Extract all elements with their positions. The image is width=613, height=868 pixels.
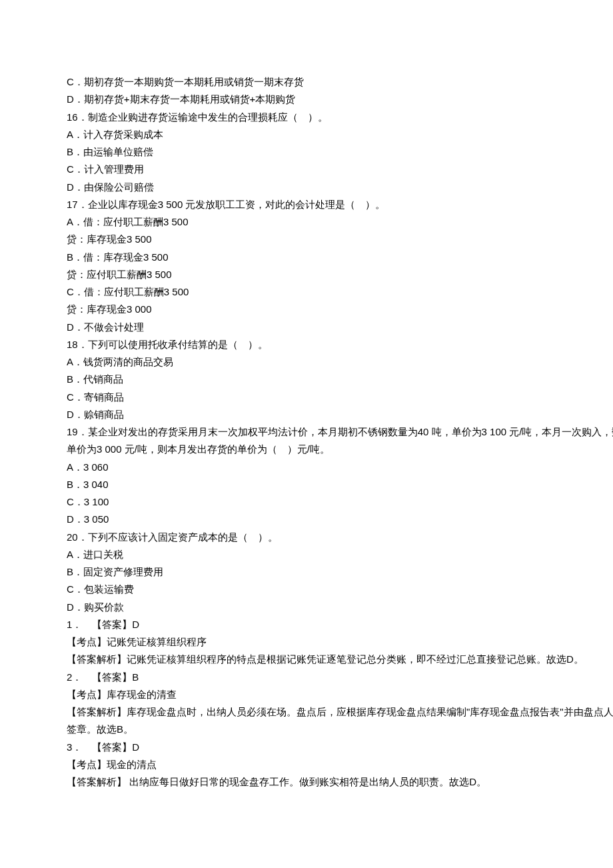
question-2-option-1: B．代销商品	[67, 371, 613, 388]
answer-exp-0: 【答案解析】记账凭证核算组织程序的特点是根据记账凭证逐笔登记总分类账，即不经过汇…	[67, 651, 613, 668]
answer-num-1: 2． 【答案】B	[67, 669, 613, 686]
question-1-option-3: 贷：应付职工薪酬3 500	[67, 266, 613, 283]
question-1-option-2: B．借：库存现金3 500	[67, 249, 613, 266]
question-3-option-2: C．3 100	[67, 493, 613, 511]
question-3-option-0: A．3 060	[67, 459, 613, 476]
answer-num-2: 3． 【答案】D	[67, 739, 613, 756]
question-1-option-4: C．借：应付职工薪酬3 500	[67, 283, 613, 301]
question-0-option-3: D．由保险公司赔偿	[67, 179, 613, 196]
question-1-option-6: D．不做会计处理	[67, 319, 613, 336]
question-1-option-0: A．借：应付职工薪酬3 500	[67, 213, 613, 231]
question-0-option-1: B．由运输单位赔偿	[67, 143, 613, 161]
question-stem-1: 17．企业以库存现金3 500 元发放职工工资，对此的会计处理是（ ）。	[67, 196, 613, 213]
pre-option-0: C．期初存货一本期购货一本期耗用或销货一期末存货	[67, 73, 613, 91]
answer-kp-1: 【考点】库存现金的清查	[67, 686, 613, 703]
question-2-option-2: C．寄销商品	[67, 389, 613, 406]
answer-kp-0: 【考点】记账凭证核算组织程序	[67, 633, 613, 651]
question-4-option-0: A．进口关税	[67, 546, 613, 563]
question-stem-2: 18．下列可以使用托收承付结算的是（ ）。	[67, 336, 613, 353]
answer-num-0: 1． 【答案】D	[67, 616, 613, 633]
question-2-option-3: D．赊销商品	[67, 406, 613, 423]
question-4-option-2: C．包装运输费	[67, 581, 613, 598]
answer-exp-1: 【答案解析】库存现金盘点时，出纳人员必须在场。盘点后，应根据库存现金盘点结果编制…	[67, 703, 613, 739]
question-0-option-2: C．计入管理费用	[67, 161, 613, 178]
answer-exp-2: 【答案解析】 出纳应每日做好日常的现金盘存工作。做到账实相符是出纳人员的职责。故…	[67, 773, 613, 791]
question-1-option-1: 贷：库存现金3 500	[67, 231, 613, 248]
question-stem-3: 19．某企业对发出的存货采用月末一次加权平均法计价，本月期初不锈钢数量为40 吨…	[67, 423, 613, 459]
question-4-option-3: D．购买价款	[67, 599, 613, 616]
question-0-option-0: A．计入存货采购成本	[67, 126, 613, 143]
question-4-option-1: B．固定资产修理费用	[67, 563, 613, 581]
question-stem-4: 20．下列不应该计入固定资产成本的是（ ）。	[67, 529, 613, 546]
pre-option-1: D．期初存货+期末存货一本期耗用或销货+本期购货	[67, 91, 613, 108]
question-3-option-3: D．3 050	[67, 511, 613, 528]
question-1-option-5: 贷：库存现金3 000	[67, 301, 613, 318]
document-body: C．期初存货一本期购货一本期耗用或销货一期末存货D．期初存货+期末存货一本期耗用…	[67, 73, 613, 791]
question-3-option-1: B．3 040	[67, 476, 613, 493]
question-stem-0: 16．制造企业购进存货运输途中发生的合理损耗应（ ）。	[67, 109, 613, 126]
answer-kp-2: 【考点】现金的清点	[67, 756, 613, 773]
question-2-option-0: A．钱货两清的商品交易	[67, 353, 613, 371]
